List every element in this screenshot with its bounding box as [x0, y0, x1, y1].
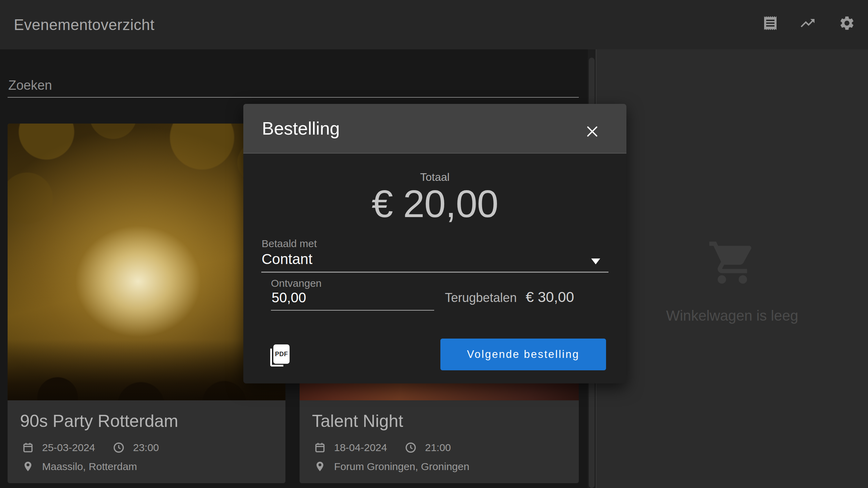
- search-input[interactable]: [8, 75, 561, 95]
- order-modal: Bestelling Totaal € 20,00 Betaald met Co…: [243, 104, 626, 383]
- pdf-text: PDF: [275, 351, 288, 358]
- chevron-down-icon: [591, 258, 600, 264]
- event-location-row: Forum Groningen, Groningen: [314, 461, 469, 472]
- next-order-button[interactable]: Volgende bestelling: [440, 339, 606, 370]
- calendar-icon: [314, 442, 326, 453]
- receipt-icon[interactable]: [762, 15, 779, 31]
- cart-empty-text: Winkelwagen is leeg: [596, 308, 868, 324]
- total-value: € 20,00: [243, 183, 626, 225]
- close-icon[interactable]: [585, 124, 600, 139]
- modal-title: Bestelling: [262, 104, 340, 153]
- search-underline: [8, 97, 579, 98]
- payment-method-select[interactable]: Contant: [243, 249, 626, 272]
- refund-label: Terugbetalen: [445, 291, 517, 305]
- payment-method-value: Contant: [262, 251, 312, 267]
- cart-panel: Winkelwagen is leeg: [596, 49, 868, 488]
- topbar: Evenementoverzicht: [0, 0, 868, 49]
- event-location: Maassilo, Rotterdam: [42, 461, 137, 472]
- received-underline: [271, 310, 434, 311]
- clock-icon: [113, 442, 125, 453]
- event-title: 90s Party Rotterdam: [20, 411, 178, 431]
- event-time: 21:00: [425, 442, 451, 453]
- pdf-icon-label: PDF: [273, 344, 290, 364]
- app-root: Evenementoverzicht 90s Party Rotterdam 2…: [0, 0, 868, 488]
- total-label: Totaal: [243, 171, 626, 184]
- event-datetime-row: 25-03-2024 23:00: [22, 442, 159, 453]
- select-underline: [261, 272, 608, 273]
- settings-gear-icon[interactable]: [839, 15, 855, 31]
- calendar-icon: [22, 442, 34, 453]
- event-date: 18-04-2024: [334, 442, 387, 453]
- event-location: Forum Groningen, Groningen: [334, 461, 469, 472]
- page-title: Evenementoverzicht: [14, 0, 155, 49]
- modal-header: Bestelling: [243, 104, 626, 154]
- event-date: 25-03-2024: [42, 442, 95, 453]
- location-pin-icon: [314, 461, 326, 472]
- trending-up-icon[interactable]: [799, 15, 816, 31]
- received-label: Ontvangen: [271, 277, 322, 289]
- event-location-row: Maassilo, Rotterdam: [22, 461, 137, 472]
- event-title: Talent Night: [312, 411, 403, 431]
- refund-row: Terugbetalen € 30,00: [445, 289, 574, 305]
- received-input[interactable]: [271, 290, 417, 306]
- pdf-export-button[interactable]: PDF: [270, 344, 291, 367]
- shopping-cart-icon: [707, 237, 758, 288]
- event-time: 23:00: [133, 442, 159, 453]
- location-pin-icon: [22, 461, 34, 472]
- paid-with-label: Betaald met: [262, 238, 317, 250]
- refund-value: € 30,00: [526, 289, 574, 305]
- event-datetime-row: 18-04-2024 21:00: [314, 442, 451, 453]
- clock-icon: [405, 442, 417, 453]
